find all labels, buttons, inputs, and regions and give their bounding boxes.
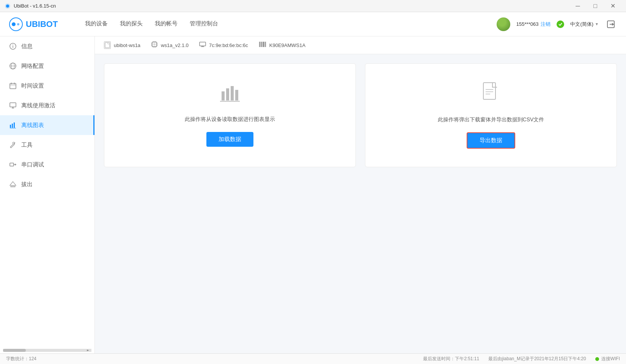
svg-point-3 xyxy=(12,22,16,26)
minimize-button[interactable]: ─ xyxy=(569,0,587,12)
svg-point-4 xyxy=(17,23,19,25)
svg-point-9 xyxy=(13,45,13,46)
statusbar: 字数统计：124 最后发送时间：下午2:51:11 最后由jiaban_M记录于… xyxy=(0,353,626,364)
device-mac-item: 7c:9e:bd:6e:bc:6c xyxy=(199,42,248,49)
sidebar-item-time[interactable]: 时间设置 xyxy=(0,76,94,96)
load-card-description: 此操作将从设备读取数据进行图表显示 xyxy=(185,116,275,123)
monitor-icon xyxy=(9,102,17,109)
monitor-small-icon xyxy=(199,42,206,47)
svg-rect-28 xyxy=(105,42,110,48)
sidebar-item-offline-chart[interactable]: 离线图表 xyxy=(0,115,94,135)
last-record-info: 最后由jiaban_M记录于2021年12月15日下午4:20 xyxy=(488,356,586,362)
svg-rect-58 xyxy=(483,83,495,99)
app-container: UBIBOT 我的设备 我的探头 我的帐号 管理控制台 155***063 注销 xyxy=(0,12,626,364)
sidebar-item-info[interactable]: 信息 xyxy=(0,36,94,56)
load-data-button[interactable]: 加载数据 xyxy=(206,132,253,147)
nav-item-my-account[interactable]: 我的帐号 xyxy=(155,19,178,30)
sidebar-scroll-thumb[interactable] xyxy=(3,349,26,352)
last-send-time: 最后发送时间：下午2:51:11 xyxy=(423,356,479,362)
export-data-card: 此操作将弹出下载窗体并导出数据到CSV文件 导出数据 xyxy=(365,63,617,167)
device-firmware: ws1a_v2.1.0 xyxy=(161,42,189,48)
svg-rect-48 xyxy=(261,42,262,47)
navbar: UBIBOT 我的设备 我的探头 我的帐号 管理控制台 155***063 注销 xyxy=(0,12,626,36)
svg-rect-56 xyxy=(235,90,238,100)
online-status-indicator xyxy=(557,20,564,28)
sidebar-item-time-label: 时间设置 xyxy=(21,82,44,89)
sidebar-item-serial[interactable]: 串口调试 xyxy=(0,155,94,174)
maximize-button[interactable]: □ xyxy=(587,0,604,12)
tools-icon xyxy=(9,141,17,149)
scroll-arrow-right xyxy=(86,349,90,352)
document-icon xyxy=(105,42,110,48)
sidebar-item-chart-label: 离线图表 xyxy=(21,122,44,129)
chip-icon xyxy=(151,41,158,49)
sidebar-item-tools-label: 工具 xyxy=(21,141,33,149)
app-icon xyxy=(5,3,11,9)
device-serial-item: K90E9AMWS1A xyxy=(259,41,305,49)
svg-rect-13 xyxy=(10,83,16,89)
export-doc-icon xyxy=(482,82,500,107)
svg-rect-55 xyxy=(231,86,234,100)
cards-area: 此操作将从设备读取数据进行图表显示 加载数据 此操作将弹出 xyxy=(95,54,626,176)
sidebar-item-eject-label: 拔出 xyxy=(21,181,33,188)
export-data-button[interactable]: 导出数据 xyxy=(467,132,515,149)
sidebar-item-serial-label: 串口调试 xyxy=(21,161,44,168)
word-count: 字数统计：124 xyxy=(6,356,36,362)
file-icon xyxy=(104,41,111,49)
svg-marker-26 xyxy=(10,182,16,185)
chart-icon xyxy=(9,121,17,129)
wifi-indicator: 连接WIFI xyxy=(595,356,620,362)
svg-rect-25 xyxy=(10,163,14,166)
language-selector[interactable]: 中文(简体) ▼ xyxy=(570,21,599,28)
titlebar: UbiBot - v1.6.15-cn ─ □ ✕ xyxy=(0,0,626,12)
close-button[interactable]: ✕ xyxy=(604,0,621,12)
chevron-down-icon: ▼ xyxy=(595,22,599,26)
svg-rect-22 xyxy=(14,122,15,128)
svg-rect-47 xyxy=(260,42,261,47)
exit-button[interactable] xyxy=(605,18,617,30)
svg-point-2 xyxy=(9,18,22,31)
content-area: ubibot-ws1a xyxy=(95,36,626,353)
sidebar-item-network-label: 网络配置 xyxy=(21,63,44,70)
logo-icon xyxy=(9,17,23,31)
serial-icon xyxy=(9,161,17,168)
main-layout: 信息 网络配置 xyxy=(0,36,626,353)
device-mac: 7c:9e:bd:6e:bc:6c xyxy=(209,42,248,48)
barcode-svg-icon xyxy=(259,41,266,47)
load-data-card: 此操作将从设备读取数据进行图表显示 加载数据 xyxy=(104,63,356,167)
user-info: 155***063 注销 xyxy=(516,21,551,28)
svg-rect-43 xyxy=(200,42,206,46)
user-id: 155***063 xyxy=(516,21,539,27)
titlebar-left: UbiBot - v1.6.15-cn xyxy=(5,3,56,9)
svg-rect-30 xyxy=(153,43,156,46)
svg-rect-52 xyxy=(265,42,266,47)
svg-rect-17 xyxy=(10,103,16,107)
device-firmware-item: ws1a_v2.1.0 xyxy=(151,41,189,49)
svg-rect-54 xyxy=(226,88,229,100)
statusbar-right: 最后发送时间：下午2:51:11 最后由jiaban_M记录于2021年12月1… xyxy=(423,356,620,362)
firmware-chip-icon xyxy=(151,41,158,48)
window-title: UbiBot - v1.6.15-cn xyxy=(14,3,56,9)
logout-link[interactable]: 注销 xyxy=(541,21,551,28)
device-filename: ubibot-ws1a xyxy=(114,42,140,48)
nav-item-control-panel[interactable]: 管理控制台 xyxy=(190,19,218,30)
sidebar-item-offline-activate[interactable]: 离线使用激活 xyxy=(0,96,94,115)
logo: UBIBOT xyxy=(9,17,70,31)
sidebar-item-network[interactable]: 网络配置 xyxy=(0,56,94,76)
mac-icon xyxy=(199,42,206,49)
info-icon xyxy=(9,42,17,50)
wifi-label: 连接WIFI xyxy=(601,356,620,362)
nav-item-my-devices[interactable]: 我的设备 xyxy=(85,19,108,30)
navbar-right: 155***063 注销 中文(简体) ▼ xyxy=(497,17,617,31)
exit-icon xyxy=(607,20,615,28)
sidebar-item-tools[interactable]: 工具 xyxy=(0,135,94,155)
sidebar-scrollbar[interactable] xyxy=(3,349,91,352)
nav-item-my-sensors[interactable]: 我的探头 xyxy=(120,19,143,30)
network-icon xyxy=(9,62,17,70)
sidebar-item-activate-label: 离线使用激活 xyxy=(21,102,55,109)
wifi-status-dot xyxy=(595,357,599,361)
avatar xyxy=(497,17,510,31)
export-card-description: 此操作将弹出下载窗体并导出数据到CSV文件 xyxy=(438,116,544,123)
sidebar-item-eject[interactable]: 拔出 xyxy=(0,174,94,194)
device-header: ubibot-ws1a xyxy=(95,36,626,54)
